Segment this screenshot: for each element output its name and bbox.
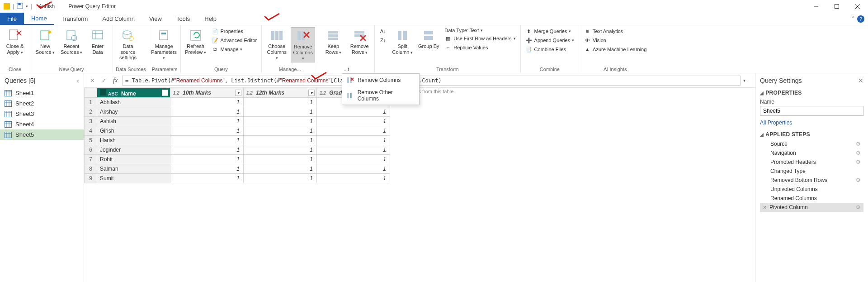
- cell[interactable]: 1: [170, 126, 244, 136]
- manage-parameters-button[interactable]: Manage Parameters: [152, 27, 176, 62]
- applied-step[interactable]: Removed Bottom Rows⚙: [760, 176, 863, 185]
- table-row[interactable]: 5Harish111: [85, 136, 390, 145]
- gear-icon[interactable]: ⚙: [856, 141, 861, 147]
- formula-cancel-icon[interactable]: ✕: [88, 76, 97, 85]
- applied-step[interactable]: Unpivoted Columns: [760, 185, 863, 194]
- table-row[interactable]: 3Ashish111: [85, 117, 390, 126]
- cell[interactable]: 1: [244, 145, 317, 155]
- column-filter-icon[interactable]: ▾: [308, 90, 315, 96]
- advanced-editor-button[interactable]: 📝Advanced Editor: [210, 36, 259, 44]
- close-button[interactable]: [847, 0, 868, 13]
- combine-files-button[interactable]: 📑Combine Files: [524, 45, 576, 53]
- data-grid[interactable]: ABC Name▾1.2 10th Marks▾1.2 12th Marks▾1…: [84, 88, 755, 183]
- gear-icon[interactable]: ⚙: [856, 177, 861, 183]
- split-column-button[interactable]: Split Column: [390, 27, 415, 56]
- sort-asc-button[interactable]: A↓: [377, 27, 388, 35]
- append-queries-button[interactable]: ➕Append Queries: [524, 36, 576, 44]
- cell[interactable]: 1: [244, 155, 317, 164]
- cell[interactable]: Salman: [97, 164, 170, 174]
- cell[interactable]: 1: [244, 126, 317, 136]
- remove-rows-button[interactable]: Remove Rows: [347, 27, 372, 56]
- help-icon[interactable]: ?: [857, 15, 864, 23]
- text-analytics-button[interactable]: ≡Text Analytics: [582, 27, 648, 35]
- applied-step[interactable]: Renamed Columns: [760, 194, 863, 203]
- save-icon[interactable]: [17, 3, 23, 10]
- cell[interactable]: 1: [170, 164, 244, 174]
- cell[interactable]: 1: [170, 145, 244, 155]
- query-item[interactable]: Sheet1: [0, 88, 84, 98]
- replace-values-button[interactable]: ↔Replace Values: [443, 43, 517, 52]
- formula-accept-icon[interactable]: ✓: [99, 76, 108, 85]
- cell[interactable]: 1: [170, 136, 244, 145]
- formula-input[interactable]: = Table.Pivot(#"Renamed Columns", List.D…: [122, 76, 741, 86]
- properties-button[interactable]: 📄Properties: [210, 27, 259, 35]
- first-row-headers-button[interactable]: ▦Use First Row as Headers: [443, 34, 517, 43]
- menu-tools[interactable]: Tools: [169, 13, 197, 25]
- cell[interactable]: 1: [170, 117, 244, 126]
- column-header[interactable]: 1.2 12th Marks▾: [244, 88, 317, 98]
- menu-help[interactable]: Help: [197, 13, 224, 25]
- menu-view[interactable]: View: [142, 13, 169, 25]
- query-item[interactable]: Sheet2: [0, 98, 84, 109]
- gear-icon[interactable]: ⚙: [856, 150, 861, 156]
- cell[interactable]: 1: [170, 174, 244, 183]
- query-item[interactable]: Sheet5: [0, 129, 84, 140]
- manage-button[interactable]: 🗂Manage: [210, 45, 259, 53]
- applied-step[interactable]: Navigation⚙: [760, 148, 863, 158]
- sort-desc-button[interactable]: Z↓: [377, 36, 388, 44]
- collapse-ribbon-icon[interactable]: ˄: [852, 16, 854, 22]
- cell[interactable]: 1: [317, 155, 390, 164]
- cell[interactable]: 1: [244, 174, 317, 183]
- cell[interactable]: 1: [170, 155, 244, 164]
- cell[interactable]: Harish: [97, 136, 170, 145]
- save-dropdown-icon[interactable]: ▾: [26, 4, 28, 9]
- applied-step[interactable]: ✕Pivoted Column⚙: [760, 203, 863, 212]
- column-filter-icon[interactable]: ▾: [235, 90, 241, 96]
- formula-expand-icon[interactable]: ▾: [743, 78, 751, 83]
- data-source-settings-button[interactable]: Data source settings: [116, 27, 140, 62]
- table-row[interactable]: 9Sumit111: [85, 174, 390, 183]
- merge-queries-button[interactable]: ⬍Merge Queries: [524, 27, 576, 35]
- query-item[interactable]: Sheet3: [0, 109, 84, 119]
- keep-rows-button[interactable]: Keep Rows: [321, 27, 345, 56]
- cell[interactable]: 1: [317, 126, 390, 136]
- cell[interactable]: 1: [170, 107, 244, 117]
- vision-button[interactable]: 👁Vision: [582, 36, 648, 44]
- collapse-queries-icon[interactable]: ‹: [77, 77, 79, 84]
- gear-icon[interactable]: ⚙: [856, 204, 861, 210]
- cell[interactable]: Sumit: [97, 174, 170, 183]
- gear-icon[interactable]: ⚙: [856, 159, 861, 165]
- menu-add-column[interactable]: Add Column: [95, 13, 142, 25]
- query-name-input[interactable]: [760, 106, 863, 116]
- cell[interactable]: 1: [317, 164, 390, 174]
- menu-transform[interactable]: Transform: [54, 13, 95, 25]
- grid-corner[interactable]: [85, 88, 97, 98]
- maximize-button[interactable]: [826, 0, 847, 13]
- cell[interactable]: Akshay: [97, 107, 170, 117]
- cell[interactable]: 1: [244, 107, 317, 117]
- applied-step[interactable]: Changed Type: [760, 167, 863, 176]
- cell[interactable]: Joginder: [97, 145, 170, 155]
- cell[interactable]: Girish: [97, 126, 170, 136]
- refresh-preview-button[interactable]: Refresh Preview: [184, 27, 208, 56]
- table-row[interactable]: 8Salman111: [85, 164, 390, 174]
- dropdown-remove-other-columns[interactable]: Remove Other Columns: [342, 86, 419, 105]
- table-row[interactable]: 6Joginder111: [85, 145, 390, 155]
- cell[interactable]: 1: [244, 136, 317, 145]
- table-row[interactable]: 7Rohit111: [85, 155, 390, 164]
- cell[interactable]: 1: [317, 145, 390, 155]
- data-type-button[interactable]: Data Type: Text: [443, 27, 517, 33]
- menu-file[interactable]: File: [0, 13, 24, 25]
- cell[interactable]: 1: [317, 107, 390, 117]
- delete-step-icon[interactable]: ✕: [763, 205, 767, 210]
- close-apply-button[interactable]: Close & Apply: [3, 27, 27, 56]
- minimize-button[interactable]: [806, 0, 826, 13]
- cell[interactable]: 1: [244, 117, 317, 126]
- new-source-button[interactable]: ✷New Source: [33, 27, 57, 56]
- column-filter-icon[interactable]: ▾: [162, 90, 168, 96]
- fx-icon[interactable]: fx: [111, 77, 119, 84]
- applied-step[interactable]: Source⚙: [760, 139, 863, 148]
- cell[interactable]: 1: [170, 98, 244, 107]
- menu-home[interactable]: Home: [24, 13, 54, 25]
- azure-ml-button[interactable]: ▲Azure Machine Learning: [582, 45, 648, 53]
